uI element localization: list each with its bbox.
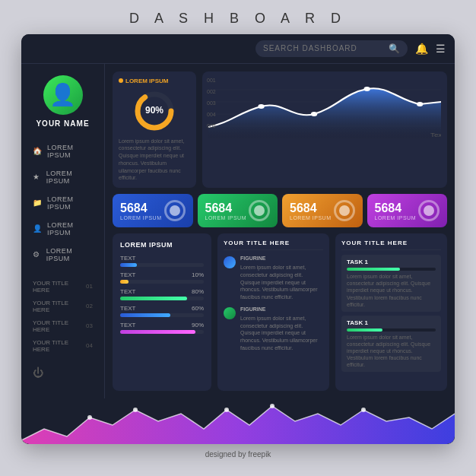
task-item-2: TASK 1 Lorem ipsum dolor sit amet, conse… — [341, 316, 441, 372]
sidebar-links: YOUR TITLE HERE 01 YOUR TITLE HERE 02 YO… — [21, 274, 104, 358]
sidebar-link-2[interactable]: YOUR TITLE HERE 02 — [29, 298, 97, 315]
progress-item-4: TEXT 60% — [120, 305, 204, 317]
stat-label-3: LOREM IPSUM — [290, 215, 332, 221]
info-block-2: FIGURINE Lorem ipsum dolor sit amet, con… — [224, 306, 323, 352]
avatar: 👤 — [43, 75, 83, 115]
svg-point-8 — [363, 87, 370, 91]
sidebar: 👤 YOUR NAME 🏠 LOREM IPSUM ★ LOREM IPSUM … — [21, 64, 105, 398]
tasks-panel-title: YOUR TITLE HERE — [341, 240, 441, 250]
progress-widget: LOREM IPSUM TEXT TEXT — [113, 233, 211, 390]
progress-title: LOREM IPSUM — [120, 241, 204, 249]
stats-row: 5684 LOREM IPSUM 5684 LOREM IPSUM — [113, 194, 447, 227]
donut-desc: Lorem ipsum dolor sit amet, consectetur … — [119, 138, 190, 182]
user-icon: 👤 — [33, 224, 42, 233]
info-block-1: FIGURINE Lorem ipsum dolor sit amet, con… — [224, 255, 323, 301]
stat-card-1: 5684 LOREM IPSUM — [113, 194, 193, 227]
donut-chart: 90% — [119, 88, 190, 134]
progress-item-3: TEXT 80% — [120, 288, 204, 300]
nav-items: 🏠 LOREM IPSUM ★ LOREM IPSUM 📁 LOREM IPSU… — [21, 139, 104, 267]
donut-widget: LOREM IPSUM 90% Lorem ipsum dolor sit am… — [113, 71, 196, 189]
link-num-4: 04 — [86, 342, 93, 349]
menu-icon[interactable]: ☰ — [436, 43, 446, 55]
top-row: LOREM IPSUM 90% Lorem ipsum dolor sit am… — [113, 71, 447, 189]
search-bar[interactable]: 🔍 — [255, 40, 408, 57]
stat-circle-4 — [418, 200, 440, 221]
stat-label-1: LOREM IPSUM — [120, 215, 162, 221]
bottom-section: LOREM IPSUM TEXT TEXT — [113, 233, 447, 390]
nav-label-1: LOREM IPSUM — [47, 144, 93, 159]
progress-item-5: TEXT 90% — [120, 322, 204, 334]
gear-icon: ⚙ — [33, 250, 41, 259]
info-panel-1: YOUR TITLE HERE FIGURINE Lorem ipsum dol… — [217, 233, 329, 390]
stat-number-4: 5684 — [375, 202, 417, 215]
chart-y-labels: 001 002 003 004 005 — [207, 78, 216, 129]
info-dot-blue — [224, 256, 236, 268]
svg-point-15 — [361, 408, 366, 412]
svg-point-12 — [133, 408, 138, 412]
tasks-panel: YOUR TITLE HERE TASK 1 Lorem ipsum dolor… — [335, 233, 447, 390]
link-num-1: 01 — [86, 283, 93, 290]
content-area: LOREM IPSUM 90% Lorem ipsum dolor sit am… — [105, 64, 455, 398]
bell-icon[interactable]: 🔔 — [415, 43, 428, 55]
nav-item-5[interactable]: ⚙ LOREM IPSUM — [21, 243, 104, 267]
home-icon: 🏠 — [33, 147, 42, 155]
task-desc-1: Lorem ipsum dolor sit amet, consectetur … — [347, 273, 436, 307]
nav-label-5: LOREM IPSUM — [46, 247, 93, 262]
user-name: YOUR NAME — [36, 119, 89, 128]
info-dot-green — [224, 307, 236, 319]
sidebar-link-1[interactable]: YOUR TITLE HERE 01 — [29, 278, 97, 295]
power-icon[interactable]: ⏻ — [33, 367, 43, 379]
stat-card-4: 5684 LOREM IPSUM — [367, 194, 448, 227]
nav-item-3[interactable]: 📁 LOREM IPSUM — [21, 191, 104, 215]
progress-item-2: TEXT 10% — [120, 271, 204, 284]
search-icon: 🔍 — [389, 43, 400, 54]
link-label-3: YOUR TITLE HERE — [33, 319, 86, 333]
stat-number-2: 5684 — [205, 202, 247, 215]
stat-number-3: 5684 — [290, 202, 332, 215]
svg-point-14 — [270, 404, 274, 408]
stat-label-4: LOREM IPSUM — [375, 215, 417, 221]
task-desc-2: Lorem ipsum dolor sit amet, consectetur … — [347, 334, 436, 368]
orange-dot — [119, 78, 123, 83]
link-num-2: 02 — [86, 303, 93, 309]
svg-point-6 — [258, 104, 264, 109]
stat-card-3: 5684 LOREM IPSUM — [282, 194, 363, 227]
sidebar-link-4[interactable]: YOUR TITLE HERE 04 — [29, 338, 97, 354]
header: 🔍 🔔 ☰ — [21, 34, 455, 64]
footer: designed by freepik — [21, 450, 455, 459]
donut-value: 90% — [145, 105, 163, 116]
line-chart: 001 002 003 004 005 — [202, 71, 447, 189]
folder-icon: 📁 — [33, 198, 42, 207]
stat-number-1: 5684 — [120, 202, 162, 215]
nav-label-2: LOREM IPSUM — [46, 170, 93, 185]
sidebar-footer: ⏻ — [21, 358, 104, 387]
nav-label-4: LOREM IPSUM — [47, 221, 93, 236]
task-item-1: TASK 1 Lorem ipsum dolor sit amet, conse… — [341, 255, 441, 311]
sidebar-link-3[interactable]: YOUR TITLE HERE 03 — [29, 318, 97, 335]
svg-text:Text: Text — [430, 132, 441, 138]
stat-circle-2 — [249, 200, 270, 221]
nav-item-4[interactable]: 👤 LOREM IPSUM — [21, 217, 104, 241]
bottom-chart — [21, 398, 455, 444]
nav-item-2[interactable]: ★ LOREM IPSUM — [21, 165, 104, 189]
avatar-icon: 👤 — [49, 82, 76, 107]
task-title-1: TASK 1 — [347, 259, 436, 265]
avatar-area: 👤 YOUR NAME — [21, 75, 104, 128]
link-num-3: 03 — [86, 322, 93, 329]
link-label-1: YOUR TITLE HERE — [33, 280, 86, 294]
stat-circle-3 — [334, 200, 355, 221]
link-label-4: YOUR TITLE HERE — [33, 339, 86, 353]
nav-item-1[interactable]: 🏠 LOREM IPSUM — [21, 139, 104, 163]
main-layout: 👤 YOUR NAME 🏠 LOREM IPSUM ★ LOREM IPSUM … — [21, 64, 455, 398]
stat-card-2: 5684 LOREM IPSUM — [198, 194, 278, 227]
search-input[interactable] — [263, 44, 384, 52]
svg-point-9 — [417, 102, 423, 106]
link-label-2: YOUR TITLE HERE — [33, 300, 86, 313]
svg-point-13 — [224, 408, 229, 412]
header-icons: 🔔 ☰ — [415, 43, 446, 55]
star-icon: ★ — [33, 173, 41, 181]
nav-label-3: LOREM IPSUM — [47, 195, 93, 211]
progress-item-1: TEXT — [120, 255, 204, 267]
svg-point-11 — [87, 415, 92, 420]
task-title-2: TASK 1 — [347, 319, 436, 326]
